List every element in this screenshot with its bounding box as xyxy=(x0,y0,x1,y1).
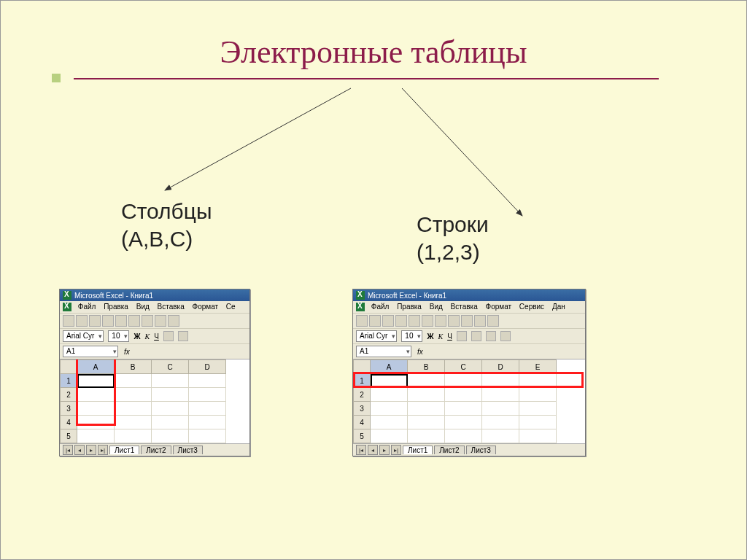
cell-C2[interactable] xyxy=(445,388,482,402)
cell-D4[interactable] xyxy=(189,416,226,429)
preview-icon[interactable] xyxy=(409,315,420,327)
cell-E1[interactable] xyxy=(519,374,557,388)
menu-format[interactable]: Формат xyxy=(193,303,219,311)
cell-D1[interactable] xyxy=(482,374,519,388)
menu-data[interactable]: Дан xyxy=(552,303,565,311)
cell-C3[interactable] xyxy=(152,402,189,416)
cell-E2[interactable] xyxy=(519,388,557,402)
col-header-A[interactable]: A xyxy=(77,360,115,374)
col-header-D[interactable]: D xyxy=(482,360,519,374)
col-header-C[interactable]: C xyxy=(445,360,482,374)
cell-D4[interactable] xyxy=(482,416,519,429)
cell-B3[interactable] xyxy=(408,402,445,416)
redo-icon[interactable] xyxy=(487,315,499,327)
italic-button[interactable]: К xyxy=(438,332,444,341)
cell-A5[interactable] xyxy=(77,429,115,443)
cell-A2[interactable] xyxy=(371,388,408,402)
cell-B5[interactable] xyxy=(408,429,445,443)
cell-A1[interactable] xyxy=(77,374,115,388)
cell-E5[interactable] xyxy=(519,429,557,443)
align-left-icon[interactable] xyxy=(457,331,467,341)
cell-B1[interactable] xyxy=(115,374,152,388)
cell-A3[interactable] xyxy=(371,402,408,416)
cell-B1[interactable] xyxy=(408,374,445,388)
tab-nav-next-icon[interactable]: ▸ xyxy=(86,445,96,455)
cell-C1[interactable] xyxy=(152,374,189,388)
copy-icon[interactable] xyxy=(155,315,166,327)
tab-nav-prev-icon[interactable]: ◂ xyxy=(368,445,378,455)
tab-nav-last-icon[interactable]: ▸| xyxy=(391,445,401,455)
spell-icon[interactable] xyxy=(128,315,140,327)
menu-tools[interactable]: Сервис xyxy=(519,303,544,311)
merge-icon[interactable] xyxy=(500,331,511,341)
cell-C5[interactable] xyxy=(445,429,482,443)
row-header-3[interactable]: 3 xyxy=(354,402,371,416)
col-header-E[interactable]: E xyxy=(519,360,557,374)
sheet-tab-3[interactable]: Лист3 xyxy=(173,446,203,454)
fx-label[interactable]: fx xyxy=(124,348,130,356)
underline-button[interactable]: Ч xyxy=(447,332,452,341)
print-icon[interactable] xyxy=(395,315,407,327)
tab-nav-next-icon[interactable]: ▸ xyxy=(379,445,390,455)
row-header-5[interactable]: 5 xyxy=(354,429,371,443)
sheet-tab-1[interactable]: Лист1 xyxy=(403,446,433,454)
cut-icon[interactable] xyxy=(435,315,446,327)
menu-edit[interactable]: Правка xyxy=(104,303,128,311)
cell-B4[interactable] xyxy=(115,416,152,429)
cell-D1[interactable] xyxy=(189,374,226,388)
cell-D2[interactable] xyxy=(189,388,226,402)
col-header-A[interactable]: A xyxy=(371,360,408,374)
cell-C4[interactable] xyxy=(445,416,482,429)
cell-C1[interactable] xyxy=(445,374,482,388)
bold-button[interactable]: Ж xyxy=(427,332,433,341)
align-left-icon[interactable] xyxy=(163,331,174,341)
fontsize-selector[interactable]: 10 xyxy=(401,330,422,342)
col-header-D[interactable]: D xyxy=(189,360,226,374)
undo-icon[interactable] xyxy=(474,315,486,327)
menu-file[interactable]: Файл xyxy=(371,303,390,311)
spell-icon[interactable] xyxy=(422,315,433,327)
name-box[interactable]: A1 xyxy=(356,346,411,357)
underline-button[interactable]: Ч xyxy=(154,332,159,341)
col-header-C[interactable]: C xyxy=(152,360,189,374)
cell-A4[interactable] xyxy=(77,416,115,429)
fx-label[interactable]: fx xyxy=(417,348,423,356)
cell-E3[interactable] xyxy=(519,402,557,416)
cell-D5[interactable] xyxy=(189,429,226,443)
cell-C4[interactable] xyxy=(152,416,189,429)
menu-format[interactable]: Формат xyxy=(486,303,512,311)
row-header-2[interactable]: 2 xyxy=(354,388,371,402)
cell-D3[interactable] xyxy=(482,402,519,416)
menu-view[interactable]: Вид xyxy=(136,303,150,311)
cell-E4[interactable] xyxy=(519,416,557,429)
tab-nav-first-icon[interactable]: |◂ xyxy=(63,445,73,455)
align-center-icon[interactable] xyxy=(178,331,188,341)
align-right-icon[interactable] xyxy=(486,331,496,341)
cell-B4[interactable] xyxy=(408,416,445,429)
tab-nav-first-icon[interactable]: |◂ xyxy=(356,445,366,455)
menu-cut[interactable]: Се xyxy=(226,303,236,311)
cell-A1[interactable] xyxy=(371,374,408,388)
fontsize-selector[interactable]: 10 xyxy=(108,330,129,342)
cell-C2[interactable] xyxy=(152,388,189,402)
cell-B2[interactable] xyxy=(115,388,152,402)
col-header-B[interactable]: B xyxy=(115,360,152,374)
col-header-B[interactable]: B xyxy=(408,360,445,374)
preview-icon[interactable] xyxy=(115,315,127,327)
sheet-tab-1[interactable]: Лист1 xyxy=(109,446,139,454)
cell-B5[interactable] xyxy=(115,429,152,443)
cell-D3[interactable] xyxy=(189,402,226,416)
cell-A3[interactable] xyxy=(77,402,115,416)
select-all-corner[interactable] xyxy=(61,360,77,374)
menu-file[interactable]: Файл xyxy=(78,303,96,311)
font-selector[interactable]: Arial Cyr xyxy=(356,330,397,342)
cell-C5[interactable] xyxy=(152,429,189,443)
italic-button[interactable]: К xyxy=(145,332,150,341)
row-header-3[interactable]: 3 xyxy=(61,402,77,416)
row-header-2[interactable]: 2 xyxy=(61,388,77,402)
cut-icon[interactable] xyxy=(142,315,153,327)
row-header-4[interactable]: 4 xyxy=(61,416,77,429)
cell-A4[interactable] xyxy=(371,416,408,429)
sheet-tab-2[interactable]: Лист2 xyxy=(141,446,171,454)
open-icon[interactable] xyxy=(369,315,381,327)
